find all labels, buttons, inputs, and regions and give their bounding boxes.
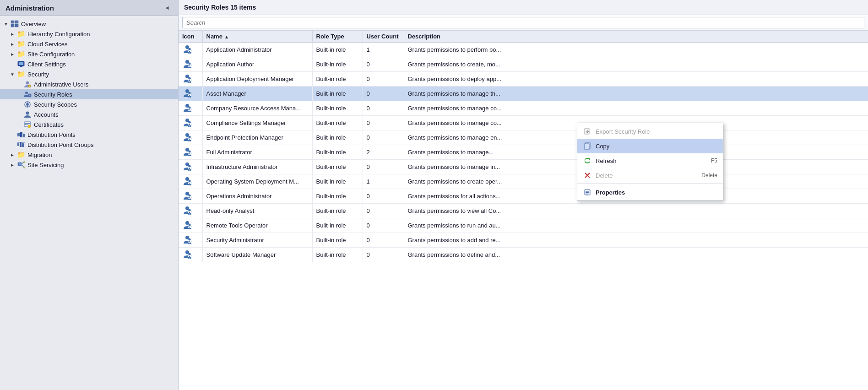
role-name: Application Administrator	[202, 43, 312, 57]
tree-expander-cloud-services[interactable]: ►	[10, 42, 16, 47]
context-menu-item-export: Export Security Role	[577, 124, 723, 139]
table-row[interactable]: Asset ManagerBuilt-in role0Grants permis…	[179, 87, 868, 101]
export-menu-icon	[583, 127, 592, 136]
col-header-usercount[interactable]: User Count	[363, 31, 404, 43]
role-name: Endpoint Protection Manager	[202, 130, 312, 145]
context-menu-item-properties[interactable]: Properties	[577, 185, 723, 200]
role-name: Infrastructure Administrator	[202, 160, 312, 174]
tree-expander-hierarchy-config[interactable]: ►	[10, 32, 16, 37]
table-row[interactable]: Compliance Settings ManagerBuilt-in role…	[179, 116, 868, 130]
svg-point-34	[185, 45, 189, 49]
table-row[interactable]: Application AdministratorBuilt-in role1G…	[179, 43, 868, 57]
table-row[interactable]: Application Deployment ManagerBuilt-in r…	[179, 72, 868, 87]
sidebar-item-accounts[interactable]: Accounts	[0, 109, 178, 119]
svg-point-75	[189, 238, 191, 241]
table-row[interactable]: Endpoint Protection ManagerBuilt-in role…	[179, 130, 868, 145]
search-input[interactable]	[182, 17, 864, 28]
sidebar-item-hierarchy-config[interactable]: ►📁Hierarchy Configuration	[0, 29, 178, 39]
role-icon	[182, 118, 192, 127]
table-row[interactable]: Software Update ManagerBuilt-in role0Gra…	[179, 248, 868, 262]
admin-user-icon: ★	[23, 81, 32, 88]
table-row[interactable]: Remote Tools OperatorBuilt-in role0Grant…	[179, 218, 868, 233]
sidebar-item-security[interactable]: ▼📁Security	[0, 69, 178, 79]
tree-expander-site-servicing[interactable]: ►	[10, 162, 16, 168]
sidebar-item-overview[interactable]: ▼Overview	[0, 19, 178, 29]
tree-expander-security[interactable]: ▼	[10, 72, 16, 77]
tree-expander-migration[interactable]: ►	[10, 152, 16, 157]
sidebar-item-client-settings[interactable]: Client Settings	[0, 59, 178, 69]
role-description: Grants permissions to run and au...	[404, 218, 868, 233]
user-count: 1	[363, 43, 404, 57]
sidebar-label-site-configuration: Site Configuration	[27, 51, 75, 58]
role-icon-cell	[179, 116, 202, 130]
role-icon-cell	[179, 130, 202, 145]
col-header-name[interactable]: Name▲	[202, 31, 312, 43]
role-type: Built-in role	[312, 87, 363, 101]
context-menu-item-refresh[interactable]: RefreshF5	[577, 153, 723, 168]
role-icon	[182, 147, 192, 156]
svg-point-33	[23, 167, 25, 168]
svg-point-49	[185, 119, 189, 122]
role-icon-cell	[179, 189, 202, 204]
tree-expander-overview[interactable]: ▼	[4, 22, 10, 27]
svg-rect-86	[586, 191, 589, 192]
context-menu-separator	[577, 184, 723, 184]
svg-rect-18	[25, 123, 30, 124]
role-description: Grants permissions to perform bo...	[404, 43, 868, 57]
user-count: 0	[363, 101, 404, 116]
sidebar-item-admin-users[interactable]: ★Administrative Users	[0, 79, 178, 89]
svg-text:★: ★	[28, 85, 30, 87]
svg-point-20	[28, 125, 31, 128]
col-header-description[interactable]: Description	[404, 31, 868, 43]
sidebar-item-certificates[interactable]: Certificates	[0, 119, 178, 130]
tree-expander-site-configuration[interactable]: ►	[10, 52, 16, 57]
right-panel: Security Roles 15 items Icon Name▲ Role …	[179, 0, 868, 390]
sort-arrow: ▲	[224, 34, 229, 39]
refresh-menu-icon	[583, 156, 592, 165]
sidebar-item-security-scopes[interactable]: Security Scopes	[0, 99, 178, 109]
user-count: 0	[363, 116, 404, 130]
table-row[interactable]: Infrastructure AdministratorBuilt-in rol…	[179, 160, 868, 174]
sidebar-item-migration[interactable]: ►📁Migration	[0, 150, 178, 160]
table-row[interactable]: Security AdministratorBuilt-in role0Gran…	[179, 233, 868, 248]
sidebar-label-client-settings: Client Settings	[27, 61, 66, 68]
role-type: Built-in role	[312, 145, 363, 160]
table-row[interactable]: Read-only AnalystBuilt-in role0Grants pe…	[179, 204, 868, 218]
role-description: Grants permissions to define and...	[404, 248, 868, 262]
user-count: 0	[363, 233, 404, 248]
svg-point-67	[185, 206, 189, 210]
svg-point-51	[189, 121, 191, 124]
context-menu-item-copy[interactable]: Copy	[577, 139, 723, 153]
sidebar-item-distribution-points[interactable]: Distribution Points	[0, 130, 178, 140]
svg-point-32	[23, 161, 25, 163]
col-header-icon[interactable]: Icon	[179, 31, 202, 43]
role-description: Grants permissions to deploy app...	[404, 72, 868, 87]
svg-point-10	[25, 92, 28, 94]
sidebar-item-site-configuration[interactable]: ►📁Site Configuration	[0, 49, 178, 59]
distribution-groups-icon	[16, 141, 26, 148]
sidebar-item-security-roles[interactable]: Security Roles	[0, 89, 178, 99]
col-header-roletype[interactable]: Role Type	[312, 31, 363, 43]
sidebar-item-distribution-point-groups[interactable]: Distribution Point Groups	[0, 140, 178, 150]
table-row[interactable]: Full AdministratorBuilt-in role2Grants p…	[179, 145, 868, 160]
table-row[interactable]: Company Resource Access Mana...Built-in …	[179, 101, 868, 116]
svg-point-45	[189, 92, 191, 94]
context-menu-label-properties: Properties	[596, 189, 717, 196]
svg-point-37	[185, 60, 189, 64]
table-row[interactable]: Operations AdministratorBuilt-in role0Gr…	[179, 189, 868, 204]
security-roles-icon	[23, 91, 32, 98]
svg-point-48	[189, 107, 191, 109]
collapse-button[interactable]: ◄	[162, 4, 173, 12]
table-row[interactable]: Operating System Deployment M...Built-in…	[179, 174, 868, 189]
sidebar-item-cloud-services[interactable]: ►📁Cloud Services	[0, 39, 178, 49]
sidebar-item-site-servicing[interactable]: ►Site Servicing	[0, 160, 178, 170]
svg-point-58	[185, 162, 189, 166]
table-row[interactable]: Application AuthorBuilt-in role0Grants p…	[179, 57, 868, 72]
svg-rect-24	[17, 143, 19, 146]
delete-menu-icon	[583, 171, 592, 180]
role-type: Built-in role	[312, 248, 363, 262]
distribution-icon	[16, 131, 26, 138]
client-icon	[16, 60, 26, 68]
role-icon	[182, 132, 192, 141]
role-icon	[182, 74, 192, 83]
